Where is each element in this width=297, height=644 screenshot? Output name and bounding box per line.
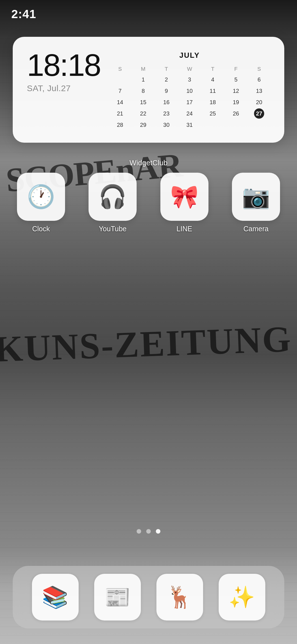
cal-day-3: 3 bbox=[184, 74, 195, 85]
cal-day-empty bbox=[115, 74, 125, 85]
cal-day-14: 14 bbox=[115, 97, 125, 107]
page-indicator bbox=[0, 529, 297, 534]
cal-header-t1: T bbox=[155, 65, 177, 73]
app-dock: 📚 📰 🦌 ✨ bbox=[13, 566, 284, 628]
cal-day-31: 31 bbox=[184, 120, 195, 130]
cal-day-23: 23 bbox=[161, 108, 171, 119]
cal-day-12: 12 bbox=[231, 86, 241, 96]
app-item-youtube[interactable]: 🎧 YouTube bbox=[84, 173, 141, 233]
cal-day-30: 30 bbox=[161, 120, 171, 130]
dock-books-icon[interactable]: 📚 bbox=[32, 574, 79, 621]
cal-day-1: 1 bbox=[138, 74, 148, 85]
cal-day-21: 21 bbox=[115, 108, 125, 119]
cal-day-4: 4 bbox=[208, 74, 218, 85]
cal-day-15: 15 bbox=[138, 97, 148, 107]
cal-day-17: 17 bbox=[184, 97, 195, 107]
datetime-widget[interactable]: 18:18 SAT, Jul.27 JULY S M T W T F S 1 2… bbox=[13, 37, 284, 143]
cal-day-empty3 bbox=[231, 120, 241, 130]
cal-header-s2: S bbox=[248, 65, 270, 73]
line-app-icon[interactable]: 🎀 bbox=[160, 173, 208, 221]
dock-stag-icon[interactable]: 🦌 bbox=[156, 574, 203, 621]
cal-header-t2: T bbox=[202, 65, 224, 73]
app-item-clock[interactable]: 🕐 Clock bbox=[13, 173, 69, 233]
widget-calendar-section: JULY S M T W T F S 1 2 3 4 5 6 7 8 9 10 … bbox=[109, 50, 270, 130]
status-bar: 2:41 bbox=[0, 0, 297, 23]
cal-day-18: 18 bbox=[208, 97, 218, 107]
cal-day-28: 28 bbox=[115, 120, 125, 130]
dock-notes-icon[interactable]: ✨ bbox=[219, 574, 265, 621]
cal-day-6: 6 bbox=[254, 74, 264, 85]
cal-day-26: 26 bbox=[231, 108, 241, 119]
cal-header-m: M bbox=[132, 65, 154, 73]
cal-day-19: 19 bbox=[231, 97, 241, 107]
status-time: 2:41 bbox=[11, 7, 36, 21]
app-item-camera[interactable]: 📷 Camera bbox=[228, 173, 284, 233]
page-dot-3-active bbox=[156, 529, 160, 534]
cal-day-2: 2 bbox=[161, 74, 171, 85]
cal-day-20: 20 bbox=[254, 97, 264, 107]
newspaper-bg-text2 bbox=[0, 269, 297, 382]
cal-day-9: 9 bbox=[161, 86, 171, 96]
cal-header-s1: S bbox=[109, 65, 131, 73]
widgetclub-label: WidgetClub bbox=[0, 159, 297, 167]
calendar-grid: S M T W T F S 1 2 3 4 5 6 7 8 9 10 11 12… bbox=[109, 65, 270, 130]
clock-app-label: Clock bbox=[32, 225, 50, 233]
cal-day-13: 13 bbox=[254, 86, 264, 96]
page-dot-2 bbox=[146, 529, 151, 534]
cal-day-29: 29 bbox=[138, 120, 148, 130]
cal-day-10: 10 bbox=[184, 86, 195, 96]
dock-news-icon[interactable]: 📰 bbox=[94, 574, 141, 621]
cal-day-25: 25 bbox=[208, 108, 218, 119]
cal-day-27-today: 27 bbox=[254, 108, 264, 119]
camera-app-icon[interactable]: 📷 bbox=[232, 173, 280, 221]
calendar-month-label: JULY bbox=[109, 51, 270, 60]
page-dot-1 bbox=[137, 529, 141, 534]
cal-header-f: F bbox=[225, 65, 247, 73]
cal-day-24: 24 bbox=[184, 108, 195, 119]
cal-day-7: 7 bbox=[115, 86, 125, 96]
widget-clock-section: 18:18 SAT, Jul.27 bbox=[27, 50, 100, 93]
app-item-line[interactable]: 🎀 LINE bbox=[156, 173, 213, 233]
clock-app-icon[interactable]: 🕐 bbox=[17, 173, 65, 221]
cal-day-16: 16 bbox=[161, 97, 171, 107]
youtube-app-icon[interactable]: 🎧 bbox=[89, 173, 137, 221]
cal-day-11: 11 bbox=[208, 86, 218, 96]
camera-app-label: Camera bbox=[244, 225, 269, 233]
cal-day-5: 5 bbox=[231, 74, 241, 85]
widget-time-display: 18:18 bbox=[27, 50, 100, 81]
cal-day-22: 22 bbox=[138, 108, 148, 119]
cal-header-w: W bbox=[178, 65, 201, 73]
cal-day-empty4 bbox=[254, 120, 264, 130]
widget-date-display: SAT, Jul.27 bbox=[27, 84, 100, 93]
cal-day-empty2 bbox=[208, 120, 218, 130]
line-app-label: LINE bbox=[177, 225, 192, 233]
app-icon-row: 🕐 Clock 🎧 YouTube 🎀 LINE 📷 Camera bbox=[13, 173, 284, 233]
cal-day-8: 8 bbox=[138, 86, 148, 96]
youtube-app-label: YouTube bbox=[99, 225, 126, 233]
